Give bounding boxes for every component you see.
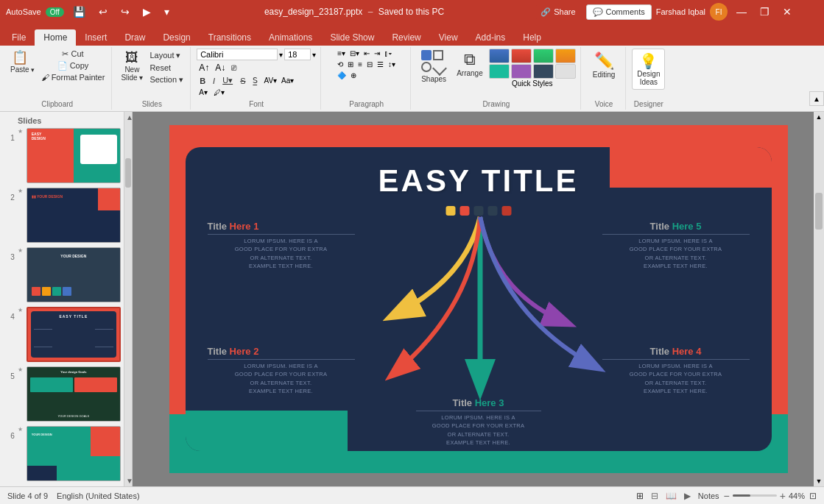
redo-btn[interactable]: ↪ [116,4,134,19]
tab-draw[interactable]: Draw [116,29,154,46]
design-ideas-button[interactable]: 💡 Design Ideas [632,49,665,90]
notes-btn[interactable]: Notes [698,491,719,500]
normal-view-btn[interactable]: ⊞ [633,490,647,502]
bullets-btn[interactable]: ≡▾ [336,49,347,58]
arrange-button[interactable]: ⧉ Arrange [452,49,487,79]
strikethrough-btn[interactable]: S [237,76,248,86]
shadow-btn[interactable]: S̲ [250,75,261,86]
new-slide-button[interactable]: 🖼 New Slide ▾ [118,49,146,84]
slides-scrollbar[interactable]: ▲ ▼ [124,112,132,486]
slide-thumb-5[interactable]: Your design Goals YOUR DESIGN GOALS [27,366,121,422]
convert-btn[interactable]: ⊕ [349,71,358,80]
style-swatch-2[interactable] [511,49,532,63]
indent-increase-btn[interactable]: ⇥ [373,49,381,58]
restore-btn[interactable]: ❐ [756,4,774,19]
slide-thumb-2[interactable]: ▮▮ YOUR DESIGN [27,188,121,243]
slide-thumb-6[interactable]: YOUR DESIGN [27,426,121,481]
scroll-down-btn[interactable]: ▼ [124,475,132,486]
slide-item-3[interactable]: 3 ★ YOUR DESIGN [3,247,121,302]
canvas-scroll-up[interactable]: ▲ [814,112,824,122]
style-swatch-8[interactable] [555,64,576,79]
tab-addins[interactable]: Add-ins [467,29,515,46]
slide-thumb-4[interactable]: EASY TITLE [27,307,121,362]
ribbon-collapse-btn[interactable]: ▲ [809,91,824,106]
style-swatch-4[interactable] [555,49,576,63]
align-right-btn[interactable]: ⊟ [365,60,374,69]
reset-btn[interactable]: Reset [147,63,186,73]
style-swatch-5[interactable] [489,64,510,79]
font-decrease-btn[interactable]: A↓ [213,62,228,74]
user-avatar[interactable]: FI [710,3,728,21]
editing-button[interactable]: ✏️ Editing [587,49,621,82]
tab-help[interactable]: Help [514,29,550,46]
layout-btn[interactable]: Layout ▾ [147,50,186,61]
style-swatch-3[interactable] [533,49,554,63]
tab-home[interactable]: Home [35,29,76,46]
cut-button[interactable]: ✂ Cut [60,49,85,60]
fit-screen-btn[interactable]: ⊡ [809,491,817,501]
zoom-out-btn[interactable]: − [724,490,730,502]
slide-item-6[interactable]: 6 ★ YOUR DESIGN [3,426,121,481]
clear-format-btn[interactable]: ⎚ [229,62,239,74]
tab-file[interactable]: File [3,29,35,46]
underline-btn[interactable]: U▾ [219,75,236,86]
font-size-input[interactable] [284,49,311,60]
columns-btn[interactable]: ⫿▾ [383,49,393,58]
slide-item-5[interactable]: 5 ★ Your design Goals YOUR DESIGN GOALS [3,366,121,422]
paste-button[interactable]: 📋 Paste ▾ [7,49,38,76]
align-center-btn[interactable]: ≡ [356,60,364,69]
style-swatch-7[interactable] [533,64,554,79]
font-increase-btn[interactable]: A↑ [197,62,211,74]
font-dropdown[interactable]: ▾ [279,51,283,59]
tab-insert[interactable]: Insert [76,29,116,46]
dropdown-btn[interactable]: ▾ [160,4,174,19]
font-color-btn[interactable]: A▾ [197,88,210,97]
highlight-btn[interactable]: 🖊▾ [211,88,227,97]
slideshow-view-btn[interactable]: ▶ [681,490,694,502]
reading-view-btn[interactable]: 📖 [663,490,680,502]
indent-decrease-btn[interactable]: ⇤ [362,49,371,58]
minimize-btn[interactable]: — [732,4,751,19]
zoom-in-btn[interactable]: + [780,490,786,502]
char-spacing-btn[interactable]: AV▾ [262,76,278,85]
tab-animations[interactable]: Animations [260,29,321,46]
slide-thumb-1[interactable]: EASYDESIGN [27,128,121,183]
justify-btn[interactable]: ☰ [376,60,385,69]
autosave-toggle[interactable]: Off [46,7,64,17]
close-btn[interactable]: ✕ [778,4,796,19]
slide-sorter-btn[interactable]: ⊟ [648,490,661,502]
format-painter-button[interactable]: 🖌 Format Painter [39,72,108,82]
text-dir-btn[interactable]: ⟲ [336,60,345,69]
canvas-scroll-thumb[interactable] [815,193,823,230]
shapes-button[interactable]: Shapes [417,49,451,85]
zoom-slider[interactable] [733,494,777,497]
slide-item-4[interactable]: 4 ★ EASY TITLE [3,307,121,362]
numbering-btn[interactable]: ⊟▾ [348,49,361,58]
scroll-up-btn[interactable]: ▲ [124,112,132,123]
section-btn[interactable]: Section ▾ [147,74,186,85]
undo-btn[interactable]: ↩ [94,4,112,19]
font-size-dropdown[interactable]: ▾ [312,51,316,59]
zoom-level[interactable]: 44% [789,491,805,500]
font-name-input[interactable] [197,49,278,60]
align-left-btn[interactable]: ⊞ [346,60,355,69]
tab-slideshow[interactable]: Slide Show [321,29,383,46]
tab-review[interactable]: Review [383,29,429,46]
italic-btn[interactable]: I [210,76,218,86]
style-swatch-1[interactable] [489,49,510,63]
slide-canvas[interactable]: EASY TITLE Title Here 1 LORUM IPSUM. HER… [169,125,788,473]
tab-transitions[interactable]: Transitions [200,29,260,46]
canvas-scrollbar[interactable]: ▲ ▼ [814,112,824,486]
line-spacing-btn[interactable]: ↕▾ [387,60,397,69]
smartart-btn[interactable]: 🔷 [336,71,348,80]
style-swatch-6[interactable] [511,64,532,79]
slide-thumb-3[interactable]: YOUR DESIGN [27,247,121,302]
scroll-thumb[interactable] [125,158,131,188]
text-case-btn[interactable]: Aa▾ [280,76,295,85]
save-btn[interactable]: 💾 [68,4,90,19]
bold-btn[interactable]: B [197,76,208,86]
copy-button[interactable]: 📄 Copy [55,60,91,71]
paste-dropdown[interactable]: ▾ [31,66,35,74]
canvas-scroll-down[interactable]: ▼ [814,476,824,486]
tab-view[interactable]: View [430,29,467,46]
